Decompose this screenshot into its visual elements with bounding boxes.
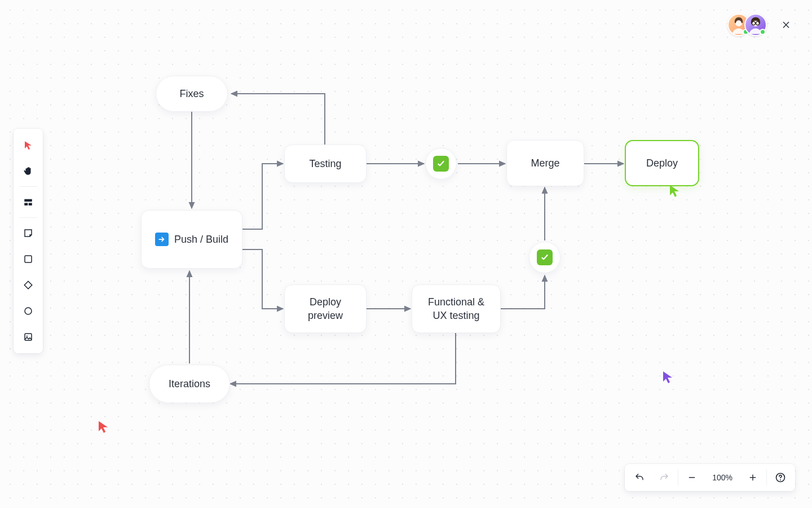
node-label: Functional & UX testing: [422, 295, 490, 323]
toolbar-separator: [19, 186, 37, 187]
plus-icon: [748, 473, 757, 482]
diagram-canvas[interactable]: [0, 0, 812, 508]
toolbar-separator: [19, 217, 37, 218]
collaborator-cursor-green: [669, 184, 681, 200]
separator: [678, 470, 678, 485]
close-icon: [782, 20, 791, 29]
undo-button[interactable]: [627, 466, 652, 489]
redo-icon: [659, 472, 669, 483]
svg-point-14: [780, 479, 781, 480]
node-fixes[interactable]: Fixes: [156, 76, 228, 112]
svg-rect-0: [24, 199, 32, 202]
bottom-controls: 100%: [625, 464, 795, 491]
collaborator-cursor-purple: [662, 370, 674, 386]
help-icon: [775, 472, 786, 483]
checkmark-icon: [433, 156, 449, 172]
node-label: Iterations: [169, 377, 210, 391]
undo-icon: [634, 472, 645, 483]
online-indicator-icon: [760, 29, 766, 35]
node-deploy-preview[interactable]: Deploy preview: [284, 284, 367, 333]
avatar[interactable]: [744, 14, 767, 36]
image-tool[interactable]: [17, 326, 39, 348]
zoom-out-button[interactable]: [679, 466, 704, 489]
header: [727, 14, 795, 36]
node-check-top[interactable]: [425, 148, 457, 179]
node-deploy[interactable]: Deploy: [625, 140, 699, 186]
node-push-build[interactable]: Push / Build: [141, 210, 242, 269]
node-merge[interactable]: Merge: [506, 140, 584, 186]
node-testing[interactable]: Testing: [284, 144, 367, 183]
node-functional-ux[interactable]: Functional & UX testing: [412, 284, 501, 333]
node-check-bottom[interactable]: [529, 242, 561, 273]
svg-rect-5: [25, 334, 32, 340]
svg-point-6: [27, 335, 28, 336]
collaborator-avatars[interactable]: [727, 14, 767, 36]
separator: [766, 470, 767, 485]
hand-tool[interactable]: [17, 160, 39, 182]
diamond-tool[interactable]: [17, 274, 39, 296]
node-label: Testing: [309, 157, 341, 170]
node-label: Merge: [531, 156, 559, 170]
select-tool[interactable]: [17, 134, 39, 156]
node-iterations[interactable]: Iterations: [149, 365, 230, 403]
arrow-right-icon: [155, 233, 169, 246]
collaborator-cursor-red: [98, 420, 110, 436]
checkmark-icon: [537, 249, 553, 265]
zoom-level[interactable]: 100%: [704, 473, 740, 482]
node-label: Fixes: [179, 87, 204, 100]
shape-toolbar: [14, 129, 43, 353]
zoom-in-button[interactable]: [740, 466, 765, 489]
svg-rect-1: [24, 203, 28, 206]
ellipse-tool[interactable]: [17, 300, 39, 322]
svg-point-4: [25, 308, 32, 314]
redo-button[interactable]: [652, 466, 677, 489]
close-button[interactable]: [777, 16, 795, 34]
sticky-note-tool[interactable]: [17, 222, 39, 244]
svg-rect-2: [29, 203, 32, 206]
section-tool[interactable]: [17, 191, 39, 213]
svg-rect-3: [25, 256, 32, 262]
node-label: Deploy: [646, 156, 678, 170]
node-label: Deploy preview: [295, 295, 356, 323]
help-button[interactable]: [768, 466, 793, 489]
rectangle-tool[interactable]: [17, 248, 39, 270]
node-label: Push / Build: [174, 233, 228, 246]
minus-icon: [687, 473, 696, 482]
